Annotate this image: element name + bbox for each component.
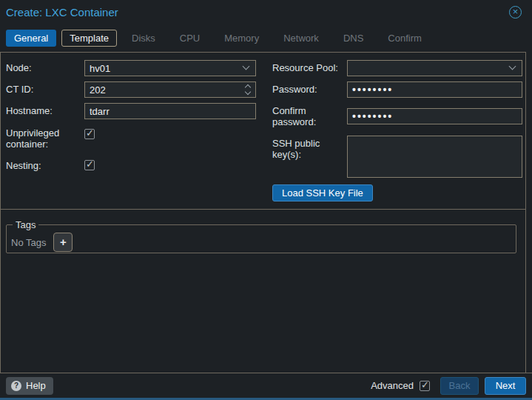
node-combobox[interactable] [84,60,256,76]
resource-pool-label: Resource Pool: [272,62,345,73]
general-form-panel: Node: CT ID: Hostname: Unprivileged cont… [0,52,526,373]
next-button[interactable]: Next [485,377,526,395]
tab-confirm: Confirm [378,30,431,47]
chevron-down-icon[interactable] [240,61,254,75]
hostname-input[interactable] [84,103,256,119]
tab-dns: DNS [334,30,373,47]
nesting-checkbox[interactable]: ✓ [84,160,95,170]
confirm-password-input[interactable] [347,108,522,124]
tab-network: Network [274,30,329,47]
tab-template[interactable]: Template [61,30,117,47]
add-tag-button[interactable]: + [53,233,73,252]
tab-memory: Memory [215,30,269,47]
dialog-footer: ? Help Advanced ✓ Back Next [0,373,532,398]
password-input[interactable] [347,81,522,98]
resource-pool-combobox[interactable] [347,60,522,76]
advanced-checkbox[interactable]: ✓ [420,381,430,391]
chevron-down-icon[interactable] [507,61,520,75]
plus-icon: + [60,236,67,248]
advanced-label: Advanced [371,380,414,391]
dialog-title: Create: LXC Container [6,6,118,19]
ssh-keys-label: SSH public key(s): [272,138,331,160]
spinner-down-icon[interactable] [245,89,251,95]
create-lxc-dialog: Create: LXC Container × General Template… [0,0,532,400]
ctid-spinner-input[interactable] [84,81,256,98]
check-icon: ✓ [86,159,94,170]
help-button[interactable]: ? Help [6,377,53,395]
no-tags-text: No Tags [11,237,46,248]
wizard-tabbar: General Template Disks CPU Memory Networ… [6,28,526,47]
password-label: Password: [272,84,345,95]
back-button: Back [440,377,479,395]
check-icon: ✓ [86,127,94,139]
node-label: Node: [6,62,80,73]
ssh-keys-textarea[interactable] [347,136,522,178]
unprivileged-label: Unprivileged container: [6,127,76,150]
spinner-arrows[interactable] [243,81,255,98]
unprivileged-checkbox[interactable]: ✓ [84,129,95,139]
tab-general[interactable]: General [6,30,56,47]
check-icon: ✓ [421,379,429,390]
help-button-label: Help [26,380,46,391]
tab-cpu: CPU [170,30,209,47]
nesting-label: Nesting: [6,160,76,171]
hostname-label: Hostname: [6,105,80,116]
ctid-label: CT ID: [6,84,80,95]
question-icon: ? [11,381,21,391]
section-separator [1,209,525,210]
tab-disks: Disks [122,30,165,47]
confirm-password-label: Confirm password: [272,105,331,127]
tags-fieldset: Tags No Tags + [6,219,516,253]
close-icon[interactable]: × [509,6,522,19]
load-ssh-key-file-button[interactable]: Load SSH Key File [272,184,373,201]
tags-legend: Tags [13,219,38,230]
dialog-titlebar: Create: LXC Container × [0,0,532,25]
